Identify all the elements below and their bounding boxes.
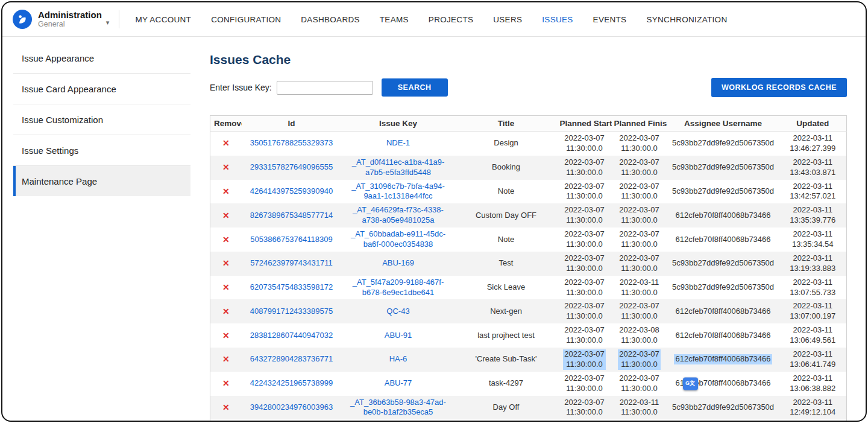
assignee-cell: 5c93bb27dd9fe92d5067350d	[667, 180, 779, 204]
title-cell: Sick Leave	[455, 276, 558, 300]
updated-cell: 2022-03-1112:49:12.104	[779, 396, 847, 420]
remove-button[interactable]: ✕	[222, 378, 230, 388]
translate-icon[interactable]: G文	[683, 377, 698, 390]
issue-id-link[interactable]: 8267389675348577714	[250, 211, 333, 220]
nav-item-issues[interactable]: ISSUES	[542, 15, 573, 24]
issue-key-cell: HA-6	[342, 348, 455, 372]
remove-button[interactable]: ✕	[222, 282, 230, 292]
title-cell: Placeholder	[455, 419, 558, 422]
remove-cell: ✕	[210, 323, 242, 348]
table-row: ✕5053866753764118309_AT_60bbadab-e911-45…	[210, 227, 847, 252]
planned-start-cell: 2022-03-0711:30:00.0	[558, 323, 612, 348]
page-title: Issues Cache	[210, 52, 847, 67]
sidebar-item-maintenance-page[interactable]: Maintenance Page	[13, 166, 190, 196]
issue-id-link[interactable]: 2838128607440947032	[250, 331, 333, 340]
issue-key-link[interactable]: _AT_464629fa-f73c-4338-a738-a05e9481025a	[353, 205, 444, 224]
issue-key-cell: NDE-1	[342, 132, 455, 156]
issue-key-link[interactable]: SOFT6f6c5c49-d73f-412b-af2a-1245cf34941a	[351, 421, 445, 422]
issue-key-cell: _AT_5f47a209-9188-467f-b678-6e9ec1dbe641	[342, 276, 455, 300]
remove-button[interactable]: ✕	[222, 186, 230, 196]
issue-key-cell: _AT_464629fa-f73c-4338-a738-a05e9481025a	[342, 203, 455, 227]
remove-button[interactable]: ✕	[222, 402, 230, 412]
planned-finish-cell: 2022-03-0711:30:00.0	[612, 227, 667, 252]
assignee-cell: 5c93bb27dd9fe92d5067350d	[667, 396, 779, 420]
title-cell: 'Create Sub-Task'	[455, 348, 558, 372]
nav-item-dashboards[interactable]: DASHBOARDS	[301, 15, 360, 24]
id-cell: 5053866753764118309	[242, 227, 342, 252]
divider	[119, 10, 119, 28]
table-row: ✕4264143975259390940_AT_31096c7b-7bfa-4a…	[210, 180, 847, 204]
sidebar-item-issue-appearance[interactable]: Issue Appearance	[13, 43, 190, 74]
nav-item-configuration[interactable]: CONFIGURATION	[211, 15, 281, 24]
issue-id-link[interactable]: 4264143975259390940	[250, 186, 333, 196]
issue-key-link[interactable]: NDE-1	[386, 138, 410, 147]
sidebar-item-issue-settings[interactable]: Issue Settings	[13, 135, 190, 166]
planned-finish-cell: 2022-03-1111:30:00.0	[612, 276, 667, 300]
nav-item-my-account[interactable]: MY ACCOUNT	[135, 15, 191, 24]
issue-key-link[interactable]: _AT_d0f411ec-a1ba-41a9-a7b5-e5fa3ffd5448	[352, 157, 444, 177]
issue-id-link[interactable]: 4224324251965738999	[250, 378, 333, 387]
issue-id-link[interactable]: 6207354754833598172	[250, 282, 333, 291]
assignee-cell: 5c93bb27dd9fe92d5067350d	[667, 252, 779, 276]
updated-cell: 2022-03-1113:19:33.883	[779, 252, 847, 276]
chevron-down-icon[interactable]: ▾	[106, 19, 110, 27]
issue-key-input[interactable]	[277, 81, 373, 95]
issue-id-link[interactable]: 6432728904283736771	[250, 354, 333, 363]
issue-key-link[interactable]: ABU-169	[382, 258, 414, 267]
nav-item-teams[interactable]: TEAMS	[380, 15, 409, 24]
nav-item-events[interactable]: EVENTS	[593, 15, 627, 24]
search-button[interactable]: SEARCH	[382, 78, 448, 97]
planned-finish-cell: 2022-03-0711:30:00.0	[612, 132, 667, 156]
issue-key-link[interactable]: _AT_5f47a209-9188-467f-b678-6e9ec1dbe641	[353, 278, 444, 297]
nav-item-synchronization[interactable]: SYNCHRONIZATION	[646, 15, 727, 24]
remove-button[interactable]: ✕	[222, 258, 230, 268]
planned-finish-cell: 2022-03-0711:30:00.0	[612, 203, 667, 227]
remove-button[interactable]: ✕	[222, 211, 230, 220]
nav-item-projects[interactable]: PROJECTS	[429, 15, 473, 24]
issue-key-link[interactable]: _AT_31096c7b-7bfa-4a94-9aa1-1c1318e44fcc	[351, 182, 444, 201]
remove-button[interactable]: ✕	[222, 354, 230, 364]
remove-button[interactable]: ✕	[222, 162, 230, 172]
issue-key-cell: ABU-91	[342, 323, 455, 348]
assignee-cell: 5dfe2bf7f680930cb05bb7b7	[667, 419, 779, 422]
table-row: ✕2838128607440947032ABU-91last projhect …	[210, 323, 847, 348]
planned-finish-cell: 2022-03-0711:30:00.0	[612, 156, 667, 180]
planned-start-cell: 2022-03-0711:30:00.0	[558, 419, 612, 422]
remove-cell: ✕	[210, 348, 242, 372]
issue-id-link[interactable]: 3942800234976003963	[250, 402, 333, 412]
app-window: Administration General ▾ MY ACCOUNTCONFI…	[1, 1, 867, 422]
planned-finish-cell: 2022-03-0711:30:00.0	[612, 180, 667, 204]
planned-start-cell: 2022-03-0711:30:00.0	[558, 372, 612, 396]
issue-key-link[interactable]: QC-43	[386, 307, 409, 316]
issue-id-link[interactable]: 4087991712433389575	[250, 307, 333, 316]
remove-button[interactable]: ✕	[222, 138, 230, 148]
id-cell: 2115678554218711478	[242, 419, 342, 422]
issue-key-link[interactable]: _AT_60bbadab-e911-45dc-ba6f-000ec0354838	[351, 229, 445, 249]
issue-id-link[interactable]: 5053866753764118309	[250, 235, 332, 244]
issue-id-link[interactable]: 2933157827649096555	[250, 162, 333, 171]
brand-subtitle: General	[38, 20, 102, 28]
table-row: ✕2933157827649096555_AT_d0f411ec-a1ba-41…	[210, 156, 847, 180]
table-row: ✕2115678554218711478SOFT6f6c5c49-d73f-41…	[210, 419, 847, 422]
issue-key-link[interactable]: ABU-91	[385, 331, 412, 340]
updated-cell: 2022-03-1113:06:49.561	[779, 323, 847, 348]
issue-id-link[interactable]: 5724623979743431711	[250, 258, 332, 267]
issue-id-link[interactable]: 3505176788255329373	[250, 138, 333, 147]
remove-button[interactable]: ✕	[222, 235, 230, 244]
assignee-cell: 612cfeb70f8ff40068b73466G文	[667, 372, 779, 396]
sidebar-item-issue-customization[interactable]: Issue Customization	[13, 104, 190, 135]
issue-key-link[interactable]: HA-6	[389, 354, 407, 363]
id-cell: 2838128607440947032	[242, 323, 342, 348]
remove-button[interactable]: ✕	[222, 331, 230, 340]
title-cell: Booking	[455, 156, 558, 180]
planned-start-cell: 2022-03-0711:30:00.0	[558, 252, 612, 276]
nav-item-users[interactable]: USERS	[493, 15, 522, 24]
remove-button[interactable]: ✕	[222, 307, 230, 316]
sidebar-item-issue-card-appearance[interactable]: Issue Card Appearance	[13, 74, 190, 104]
issue-key-link[interactable]: ABU-77	[385, 378, 412, 387]
title-cell: Next-gen	[455, 299, 558, 323]
issue-key-link[interactable]: _AT_36b63b58-98a3-47ad-be0b-b1af2b35eca5	[350, 398, 446, 417]
worklog-records-cache-button[interactable]: WORKLOG RECORDS CACHE	[711, 78, 847, 97]
planned-start-cell: 2022-03-0711:30:00.0	[558, 348, 612, 372]
title-cell: Test	[455, 252, 558, 276]
